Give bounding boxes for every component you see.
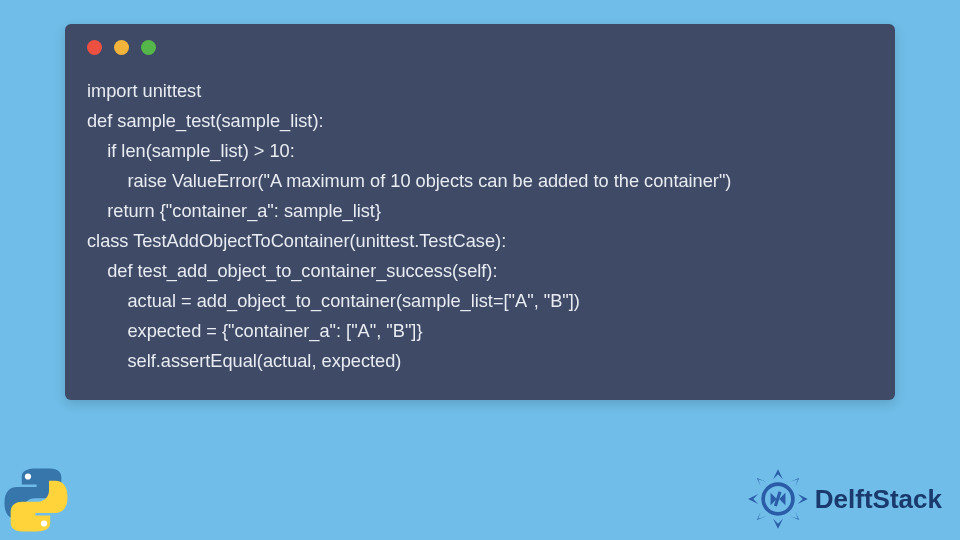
svg-marker-5 bbox=[748, 494, 758, 504]
code-line: def sample_test(sample_list): bbox=[87, 106, 873, 136]
svg-marker-8 bbox=[757, 511, 766, 520]
svg-marker-2 bbox=[773, 469, 783, 479]
brand-name: DelftStack bbox=[815, 484, 942, 515]
code-line: return {"container_a": sample_list} bbox=[87, 196, 873, 226]
svg-point-1 bbox=[41, 520, 47, 526]
code-line: def test_add_object_to_container_success… bbox=[87, 256, 873, 286]
code-line: class TestAddObjectToContainer(unittest.… bbox=[87, 226, 873, 256]
python-logo-icon bbox=[2, 466, 70, 534]
code-line: self.assertEqual(actual, expected) bbox=[87, 346, 873, 376]
code-line: raise ValueError("A maximum of 10 object… bbox=[87, 166, 873, 196]
svg-marker-3 bbox=[798, 494, 808, 504]
maximize-icon bbox=[141, 40, 156, 55]
svg-marker-6 bbox=[790, 478, 799, 487]
brand-badge: DelftStack bbox=[747, 468, 942, 530]
code-line: if len(sample_list) > 10: bbox=[87, 136, 873, 166]
code-line: actual = add_object_to_container(sample_… bbox=[87, 286, 873, 316]
code-line: import unittest bbox=[87, 76, 873, 106]
delftstack-logo-icon bbox=[747, 468, 809, 530]
code-body: import unittest def sample_test(sample_l… bbox=[65, 70, 895, 400]
svg-marker-9 bbox=[757, 478, 766, 487]
minimize-icon bbox=[114, 40, 129, 55]
close-icon bbox=[87, 40, 102, 55]
svg-point-0 bbox=[25, 473, 31, 479]
svg-marker-7 bbox=[790, 511, 799, 520]
code-line: expected = {"container_a": ["A", "B"]} bbox=[87, 316, 873, 346]
code-window: import unittest def sample_test(sample_l… bbox=[65, 24, 895, 400]
svg-marker-4 bbox=[773, 519, 783, 529]
window-titlebar bbox=[65, 24, 895, 70]
